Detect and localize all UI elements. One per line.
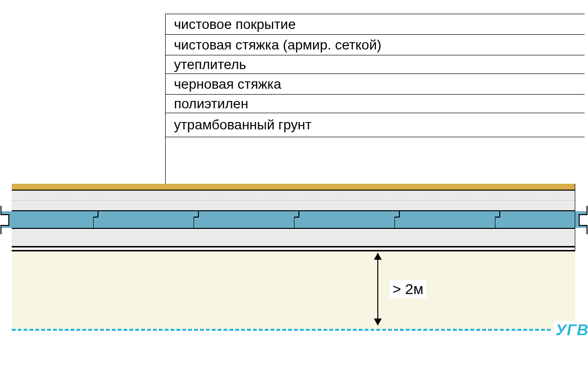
groundwater-level-line <box>12 329 551 331</box>
insulation-joint-icon <box>194 211 203 228</box>
section-break-right-icon <box>575 206 588 232</box>
section-break-left-icon <box>0 206 13 232</box>
rebar-mesh-line <box>12 200 575 200</box>
legend-label: утрамбованный грунт <box>174 117 312 133</box>
insulation-joint-icon <box>394 211 404 228</box>
insulation-joint-icon <box>93 211 103 228</box>
layer-finish-screed <box>12 191 575 210</box>
dimension-line <box>377 253 378 325</box>
legend-table: чистовое покрытие чистовая стяжка (армир… <box>165 14 585 137</box>
legend-row-polyethylene: полиэтилен <box>165 94 585 113</box>
legend-label: чистовая стяжка (армир. сеткой) <box>174 37 381 53</box>
insulation-joint-icon <box>294 211 304 228</box>
insulation-joint-icon <box>495 211 505 228</box>
arrow-up-icon <box>374 253 382 260</box>
section-edge-line <box>575 184 575 251</box>
dimension-label: > 2м <box>390 280 426 298</box>
legend-row-ground: утрамбованный грунт <box>165 113 585 137</box>
arrow-down-icon <box>374 319 382 325</box>
legend-label: черновая стяжка <box>174 76 281 92</box>
legend-row-finish: чистовое покрытие <box>165 14 585 34</box>
legend-label: утеплитель <box>174 57 246 73</box>
layer-compacted-ground <box>12 251 575 329</box>
legend-label: чистовое покрытие <box>174 17 296 32</box>
layer-finish-coating <box>12 184 575 190</box>
layer-rough-screed <box>12 229 575 246</box>
legend-row-screed-top: чистовая стяжка (армир. сеткой) <box>165 34 585 55</box>
dimension-annotation: > 2м <box>368 253 466 326</box>
legend-label: полиэтилен <box>174 96 248 112</box>
legend-row-insulation: утеплитель <box>165 55 585 74</box>
legend-row-rough-screed: черновая стяжка <box>165 74 585 94</box>
groundwater-level-label: УГВ <box>554 321 588 339</box>
diagram-canvas: чистовое покрытие чистовая стяжка (армир… <box>0 0 588 370</box>
